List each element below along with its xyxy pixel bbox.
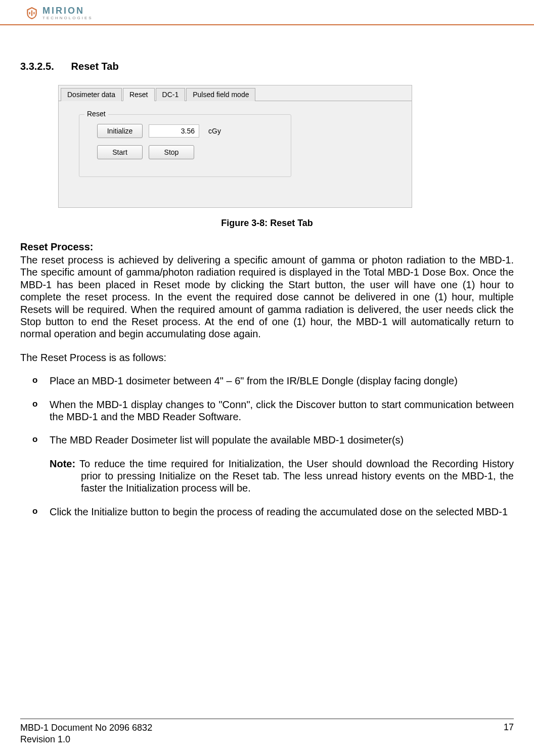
section-heading: 3.3.2.5. Reset Tab (20, 61, 514, 72)
section-title: Reset Tab (71, 61, 119, 72)
main-paragraph: The reset process is achieved by deliver… (20, 254, 514, 340)
start-button[interactable]: Start (97, 145, 143, 159)
initialize-button[interactable]: Initialize (97, 124, 143, 138)
figure-caption: Figure 3-8: Reset Tab (20, 218, 514, 229)
group-legend: Reset (84, 110, 108, 118)
logo-tagline: TECHNOLOGIES (42, 16, 93, 20)
note-label: Note: (50, 458, 75, 469)
tab-panel: Reset Initialize 3.56 cGy Start Stop (59, 101, 412, 207)
list-item: oWhen the MBD-1 display changes to "Conn… (50, 398, 514, 423)
tab-reset[interactable]: Reset (123, 88, 155, 101)
tab-row: Dosimeter data Reset DC-1 Pulsed field m… (59, 85, 412, 101)
intro-line: The Reset Process is as follows: (20, 351, 514, 364)
list-item: oPlace an MBD-1 dosimeter between 4" – 6… (50, 375, 514, 387)
doc-id: MBD-1 Document No 2096 6832 (20, 722, 152, 734)
body-heading: Reset Process: (20, 241, 514, 253)
tab-dosimeter-data[interactable]: Dosimeter data (61, 88, 122, 101)
bullet-icon: o (32, 434, 37, 445)
content: 3.3.2.5. Reset Tab Dosimeter data Reset … (0, 25, 534, 549)
note-text: To reduce the time required for Initiali… (75, 458, 514, 494)
bullet-list: oPlace an MBD-1 dosimeter between 4" – 6… (20, 375, 514, 518)
shield-icon (25, 7, 38, 20)
dose-unit-label: cGy (205, 127, 221, 135)
note-block: Note: To reduce the time required for In… (50, 458, 514, 495)
bullet-icon: o (32, 375, 37, 386)
page-header: MIRION TECHNOLOGIES (0, 0, 534, 25)
list-item: oClick the Initialize button to begin th… (50, 506, 514, 518)
app-window: Dosimeter data Reset DC-1 Pulsed field m… (58, 85, 412, 208)
tab-pulsed-field[interactable]: Pulsed field mode (186, 88, 255, 101)
bullet-icon: o (32, 399, 37, 410)
logo: MIRION TECHNOLOGIES (25, 6, 509, 20)
list-item: oThe MBD Reader Dosimeter list will popu… (50, 434, 514, 446)
bullet-icon: o (32, 506, 37, 517)
screenshot: Dosimeter data Reset DC-1 Pulsed field m… (58, 85, 514, 208)
dose-value-field[interactable]: 3.56 (149, 124, 199, 138)
page-number: 17 (504, 722, 514, 745)
page-footer: MBD-1 Document No 2096 6832 Revision 1.0… (20, 719, 514, 745)
section-number: 3.3.2.5. (20, 61, 68, 72)
stop-button[interactable]: Stop (149, 145, 194, 159)
logo-brand: MIRION (42, 6, 93, 15)
reset-group: Reset Initialize 3.56 cGy Start Stop (79, 114, 291, 177)
tab-dc1[interactable]: DC-1 (156, 88, 186, 101)
revision: Revision 1.0 (20, 734, 152, 745)
